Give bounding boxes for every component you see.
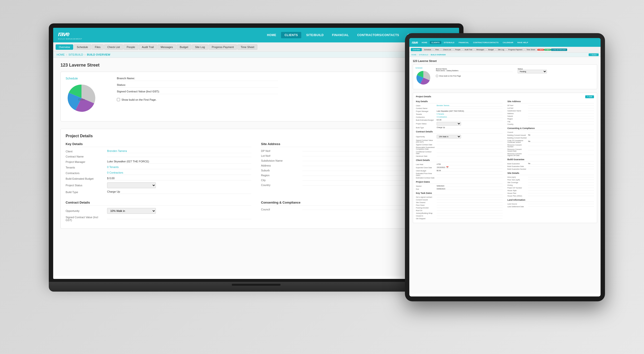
t-nav-financial[interactable]: FINANCIAL bbox=[457, 41, 470, 44]
t-action-button[interactable]: + Action bbox=[589, 53, 599, 56]
laptop-device: rave BUILD MANAGEMENT HOME CLIENTS SITE/… bbox=[49, 23, 464, 292]
t-pie-svg bbox=[416, 70, 431, 86]
subnav-overview[interactable]: Overview bbox=[56, 44, 73, 50]
t-project-status-row: Project Status bbox=[416, 122, 502, 126]
t-show-build-checkbox[interactable] bbox=[436, 75, 438, 77]
pie-svg: Open bbox=[66, 82, 97, 114]
t-subnav-overview[interactable]: Overview bbox=[411, 48, 422, 51]
t-conditional-row: Conditional Contract Date bbox=[416, 151, 502, 154]
t-nav-contractors[interactable]: CONTRACTORS/CONTACTS bbox=[471, 41, 500, 44]
breadcrumb-sitebuild[interactable]: SITE/BUILD bbox=[68, 53, 83, 56]
t-started-row: Started 5/06/2023 bbox=[416, 185, 502, 187]
t-contract-date-row: Estimated Contract Date bbox=[416, 177, 502, 179]
t-subnav-checklist[interactable]: Check List bbox=[441, 48, 453, 51]
tablet-subnav: Overview Schedule Files Check List Peopl… bbox=[409, 47, 600, 53]
subnav-people[interactable]: People bbox=[124, 44, 138, 50]
pie-chart: Open bbox=[66, 82, 100, 116]
laptop-logo: rave BUILD MANAGEMENT bbox=[58, 30, 82, 40]
breadcrumb-home[interactable]: HOME bbox=[56, 53, 65, 56]
t-subnav-people[interactable]: People bbox=[453, 48, 462, 51]
subnav-files[interactable]: Files bbox=[92, 44, 104, 50]
t-contract-name-row: Contract Name bbox=[416, 107, 502, 109]
tablet-breadcrumb: HOME › SITE/BUILD › BUILD OVERVIEW + Act… bbox=[409, 53, 600, 57]
subnav-audit[interactable]: Audit Trail bbox=[139, 44, 157, 50]
tablet-logo: rave bbox=[412, 40, 418, 44]
tablet-body: rave HOME CLIENTS SITE/BUILD FINANCIAL C… bbox=[405, 33, 605, 301]
contract-details-title: Contract Details bbox=[66, 201, 251, 206]
t-nav-calendar[interactable]: CALENDAR bbox=[501, 41, 515, 44]
t-project-title: Project Details bbox=[416, 95, 431, 98]
branch-name-field: Branch Name: bbox=[117, 77, 278, 81]
t-due-row: Due 04/06/2023 bbox=[416, 188, 502, 190]
t-nav-help[interactable]: RAVE HELP bbox=[516, 41, 530, 44]
t-subnav-audit[interactable]: Audit Trail bbox=[463, 48, 474, 51]
project-status-select[interactable] bbox=[107, 182, 156, 188]
contract-name-row: Contract Name bbox=[66, 155, 251, 158]
subnav-schedule[interactable]: Schedule bbox=[74, 44, 91, 50]
t-client-budget-row: Client Budget $0.00 bbox=[416, 170, 502, 172]
t-subnav-messages[interactable]: Messages bbox=[474, 48, 486, 51]
t-page-title: 123 Laverne Street bbox=[413, 59, 597, 62]
t-project-dates-title: Project Dates bbox=[416, 181, 502, 184]
t-subnav-progress[interactable]: Progress Payment bbox=[506, 48, 524, 51]
t-key-details-title: Key Details bbox=[416, 100, 502, 103]
nav-clients[interactable]: CLIENTS bbox=[281, 32, 301, 38]
t-consenting-title: Consenting & Compliance bbox=[508, 127, 594, 130]
t-status-select[interactable]: Pending bbox=[518, 70, 547, 73]
schedule-label: Schedule bbox=[66, 77, 110, 80]
scene: rave BUILD MANAGEMENT HOME CLIENTS SITE/… bbox=[29, 9, 615, 345]
t-pm-row: Project Manager Luke Skywalker (GET THE … bbox=[416, 110, 502, 112]
t-breadcrumb-home[interactable]: HOME bbox=[411, 54, 416, 56]
t-subnav-timesheet[interactable]: Time Sheet bbox=[524, 48, 537, 51]
overview-box: Schedule bbox=[60, 72, 452, 121]
t-user-button[interactable]: LUKE SKYWALKER bbox=[551, 48, 567, 51]
tablet-screen: rave HOME CLIENTS SITE/BUILD FINANCIAL C… bbox=[409, 38, 600, 297]
subnav-timesheet[interactable]: Time Sheet bbox=[237, 44, 257, 50]
nav-sitebuild[interactable]: SITE/BUILD bbox=[303, 32, 327, 38]
t-build-guarantee-title: Build Guarantee bbox=[508, 158, 594, 161]
t-subnav-schedule[interactable]: Schedule bbox=[422, 48, 433, 51]
t-opportunity-select[interactable]: 15% Walk In bbox=[437, 135, 461, 138]
t-client-details-title: Client Details bbox=[416, 159, 502, 162]
t-nav-sitebuild[interactable]: SITE/BUILD bbox=[442, 41, 456, 44]
subnav-progress[interactable]: Progress Payment bbox=[208, 44, 237, 50]
subnav-checklist[interactable]: Check List bbox=[104, 44, 123, 50]
project-details-title: Project Details bbox=[66, 134, 447, 138]
pm-row: Project Manager Luke Skywalker (027 THE … bbox=[66, 160, 251, 164]
t-edit-button[interactable]: ✎ Edit bbox=[585, 95, 594, 98]
subnav-messages[interactable]: Messages bbox=[158, 44, 176, 50]
branch-info: Branch Name: Status: Signed Contract Val… bbox=[117, 77, 447, 116]
t-signed-value-row: Signed Contract Value (Incl GST) bbox=[416, 139, 502, 143]
show-build-checkbox[interactable] bbox=[117, 98, 120, 101]
t-schedule-label: Schedule bbox=[416, 67, 432, 69]
laptop-breadcrumb: HOME › SITE/BUILD › BUILD OVERVIEW bbox=[53, 52, 459, 58]
contract-consenting-cols: Contract Details Opportunity 10% Walk in… bbox=[66, 201, 447, 224]
t-subnav-sitelog[interactable]: Site Log bbox=[496, 48, 506, 51]
status-field: Status: bbox=[117, 83, 278, 87]
project-two-col: Key Details Client Brenden Tamera Contra… bbox=[66, 142, 447, 196]
tablet-header: rave HOME CLIENTS SITE/BUILD FINANCIAL C… bbox=[409, 38, 600, 47]
t-subnav-budget[interactable]: Budget bbox=[486, 48, 496, 51]
t-nav-clients[interactable]: CLIENTS bbox=[430, 41, 441, 44]
nav-financial[interactable]: FINANCIAL bbox=[328, 32, 352, 38]
t-project-status-select[interactable] bbox=[437, 122, 461, 126]
opportunity-select[interactable]: 10% Walk in bbox=[107, 208, 156, 214]
budget-row: Build Estimated Budget $ 0.00 bbox=[66, 177, 251, 180]
tablet-device: rave HOME CLIENTS SITE/BUILD FINANCIAL C… bbox=[405, 33, 605, 301]
t-key-task-title: Key Task Dates bbox=[416, 192, 502, 195]
t-breadcrumb-sitebuild[interactable]: SITE/BUILD bbox=[419, 54, 428, 56]
t-subnav-files[interactable]: Files bbox=[433, 48, 441, 51]
nav-home[interactable]: HOME bbox=[264, 32, 280, 38]
t-tenants-row: Tenants 5 Tenants bbox=[416, 113, 502, 115]
new-badge-2: 8 NEW bbox=[544, 49, 551, 51]
t-opportunity-row: Opportunity 15% Walk In bbox=[416, 135, 502, 138]
t-land-info-title: Land Information bbox=[508, 199, 594, 202]
t-expected-close-row: Expected Close Date 15/13/2022 📅 bbox=[416, 166, 502, 169]
subnav-sitelog[interactable]: Site Log bbox=[192, 44, 208, 50]
t-site-address-title: Site Address bbox=[508, 100, 594, 103]
laptop-header: rave BUILD MANAGEMENT HOME CLIENTS SITE/… bbox=[53, 28, 459, 42]
t-nav-home[interactable]: HOME bbox=[420, 41, 429, 44]
nav-contractors[interactable]: CONTRACTORS/CONTACTS bbox=[354, 32, 402, 38]
subnav-budget[interactable]: Budget bbox=[176, 44, 192, 50]
t-build-type-row: Build Type Charge Up bbox=[416, 126, 502, 128]
